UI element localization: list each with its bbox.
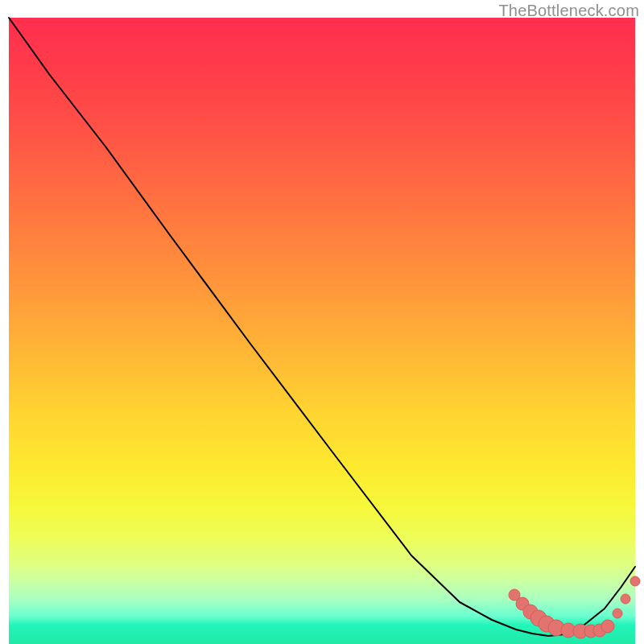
curve-marker: [613, 609, 622, 618]
curve-marker: [621, 594, 630, 604]
plot-area: [9, 18, 635, 644]
bottleneck-curve: [9, 18, 635, 636]
chart-stage: TheBottleneck.com: [0, 0, 644, 644]
curve-markers: [509, 576, 640, 638]
curve-marker: [630, 576, 640, 586]
plot-svg: [9, 18, 635, 644]
curve-marker: [601, 620, 614, 633]
